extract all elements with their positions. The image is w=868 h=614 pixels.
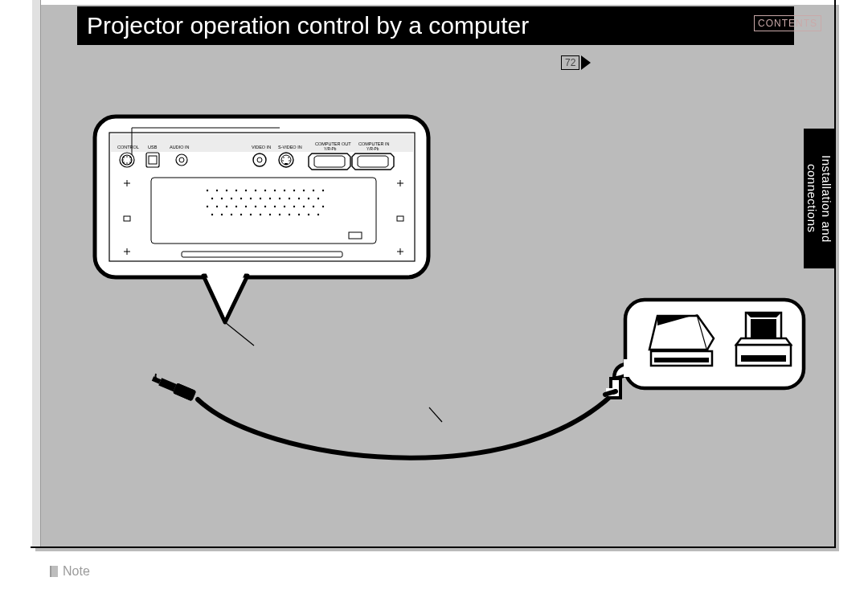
svg-point-23	[257, 158, 262, 162]
svg-point-56	[221, 198, 223, 199]
svg-point-57	[231, 198, 232, 199]
port-label-computer-in: COMPUTER IN	[358, 141, 390, 146]
svg-rect-97	[654, 358, 709, 362]
svg-point-45	[235, 190, 237, 191]
svg-point-21	[179, 158, 184, 162]
svg-point-58	[240, 198, 242, 199]
svg-point-42	[207, 190, 208, 191]
svg-rect-92	[349, 232, 362, 239]
serial-cable-icon	[150, 374, 620, 458]
note-bullet-icon	[50, 566, 58, 577]
svg-point-77	[303, 206, 305, 207]
contents-link[interactable]: CONTENTS	[754, 15, 821, 31]
svg-point-13	[122, 159, 124, 161]
svg-point-68	[216, 206, 218, 207]
svg-rect-104	[158, 378, 176, 391]
svg-point-88	[289, 214, 290, 215]
svg-rect-93	[182, 252, 342, 257]
port-sublabel-2: Y/R-Pb	[366, 147, 379, 151]
svg-point-89	[298, 214, 300, 215]
svg-point-28	[288, 157, 289, 158]
svg-point-16	[126, 162, 128, 164]
svg-rect-41	[397, 216, 403, 221]
page-number-nav[interactable]: 72	[561, 55, 592, 70]
port-label-s-video-in: S-VIDEO IN	[278, 145, 302, 149]
svg-point-82	[231, 214, 232, 215]
svg-point-74	[274, 206, 276, 207]
svg-point-90	[308, 214, 309, 215]
port-sublabel-1: Y/R-Pb	[324, 147, 337, 151]
svg-point-75	[284, 206, 285, 207]
svg-point-64	[298, 198, 300, 199]
svg-point-17	[129, 162, 131, 163]
svg-point-43	[216, 190, 218, 191]
svg-rect-19	[149, 156, 157, 164]
svg-point-53	[313, 190, 314, 191]
svg-point-12	[129, 157, 131, 158]
svg-point-70	[235, 206, 237, 207]
svg-point-78	[313, 206, 314, 207]
svg-point-76	[293, 206, 295, 207]
svg-point-44	[226, 190, 227, 191]
svg-point-72	[255, 206, 256, 207]
svg-point-86	[269, 214, 271, 215]
svg-point-84	[250, 214, 252, 215]
svg-line-109	[429, 407, 442, 422]
svg-point-62	[279, 198, 280, 199]
svg-rect-100	[751, 319, 776, 338]
svg-point-51	[293, 190, 295, 191]
svg-rect-95	[624, 359, 630, 377]
svg-rect-106	[173, 383, 196, 401]
svg-point-65	[308, 198, 309, 199]
svg-point-11	[126, 156, 128, 158]
svg-point-73	[264, 206, 266, 207]
svg-point-15	[123, 162, 125, 163]
svg-point-46	[245, 190, 247, 191]
svg-point-47	[255, 190, 256, 191]
svg-point-49	[274, 190, 276, 191]
svg-marker-99	[746, 313, 781, 317]
svg-point-87	[279, 214, 280, 215]
svg-point-81	[221, 214, 223, 215]
next-page-arrow-icon[interactable]	[581, 55, 592, 70]
svg-point-59	[250, 198, 252, 199]
svg-point-66	[317, 198, 319, 199]
svg-point-71	[245, 206, 247, 207]
port-label-audio-in: AUDIO IN	[170, 145, 189, 149]
port-label-control: CONTROL	[117, 145, 139, 149]
svg-point-14	[130, 159, 132, 161]
vga-in-port	[352, 154, 394, 170]
svg-point-80	[211, 214, 213, 215]
svg-point-48	[264, 190, 266, 191]
contents-link-label: CONTENTS	[758, 18, 817, 29]
svg-point-52	[303, 190, 305, 191]
vga-out-port	[309, 154, 350, 170]
svg-point-60	[260, 198, 261, 199]
svg-marker-101	[736, 338, 791, 345]
svg-point-61	[269, 198, 271, 199]
svg-rect-26	[285, 163, 288, 165]
svg-point-54	[322, 190, 324, 191]
svg-point-91	[317, 214, 319, 215]
svg-rect-102	[741, 355, 786, 362]
svg-point-63	[289, 198, 290, 199]
svg-point-29	[282, 160, 284, 162]
connection-diagram: CONTROL USB AUDIO IN VIDEO IN S-VIDEO IN…	[79, 76, 818, 526]
port-label-computer-out: COMPUTER OUT	[315, 141, 351, 146]
svg-point-67	[207, 206, 208, 207]
svg-point-69	[226, 206, 227, 207]
port-label-usb: USB	[148, 145, 158, 149]
note-heading: Note	[50, 564, 90, 579]
svg-point-85	[260, 214, 261, 215]
svg-point-10	[123, 157, 125, 158]
page-container: Projector operation control by a compute…	[31, 0, 836, 548]
svg-rect-31	[151, 178, 376, 244]
svg-line-110	[225, 322, 254, 346]
page-title: Projector operation control by a compute…	[87, 12, 529, 39]
svg-rect-40	[124, 216, 130, 221]
page-number-value: 72	[561, 55, 579, 70]
port-label-video-in: VIDEO IN	[252, 145, 271, 149]
svg-marker-0	[581, 55, 591, 70]
svg-point-55	[211, 198, 213, 199]
svg-point-83	[240, 214, 242, 215]
